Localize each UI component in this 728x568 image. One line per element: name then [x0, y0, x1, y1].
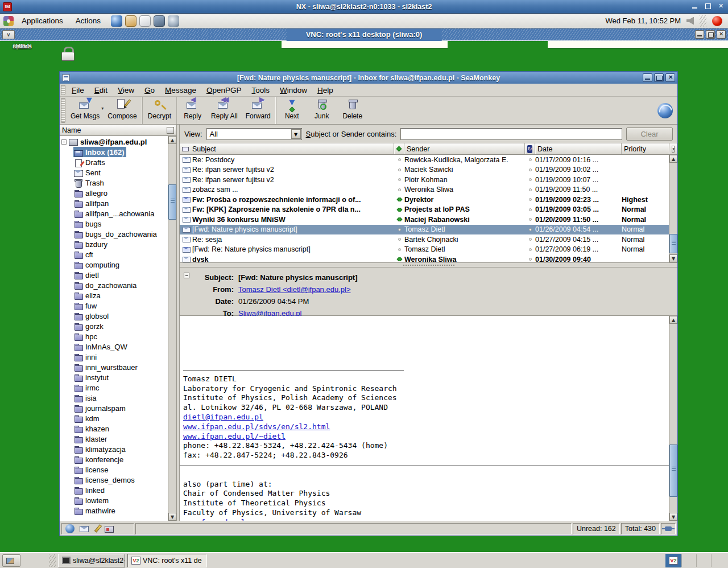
vnc-collapse-button[interactable]: ∨ [2, 30, 15, 39]
message-unread-dot[interactable] [394, 217, 404, 221]
message-unread-dot[interactable] [394, 197, 404, 201]
message-row[interactable]: [Fwd: Re: Nature physics manuscript] Tom… [180, 245, 669, 255]
message-unread-dot[interactable] [394, 238, 404, 241]
message-junk-dot[interactable] [525, 228, 535, 231]
decrypt-button[interactable]: Decrypt [142, 97, 175, 124]
message-row[interactable]: Fw: [KPK] Zaproszenie na szkolenie o 7PR… [180, 205, 669, 215]
folder-item[interactable]: eliza [60, 290, 168, 301]
folder-item[interactable]: inni_wurstbauer [60, 362, 168, 372]
message-body-scrollbar[interactable]: ▲ ▼ [669, 316, 677, 521]
folder-item[interactable]: license [60, 464, 168, 475]
message-row[interactable]: Fw: Prośba o rozpowszechnienie informacj… [180, 195, 669, 205]
delete-button[interactable]: Delete [337, 97, 368, 124]
panel-clock[interactable]: Wed Feb 11, 10:52 PM [606, 17, 681, 25]
message-junk-dot[interactable] [525, 188, 535, 191]
message-junk-dot[interactable] [525, 238, 535, 241]
tree-expander-icon[interactable] [61, 139, 67, 145]
message-junk-dot[interactable] [525, 168, 535, 171]
folder-item[interactable]: lowtem [60, 495, 168, 505]
message-unread-dot[interactable] [394, 208, 404, 212]
folder-account[interactable]: sliwa@ifpan.edu.pl [60, 137, 168, 147]
from-value[interactable]: Tomasz Dietl <dietl@ifpan.edu.pl> [238, 285, 677, 294]
folder-item[interactable]: allifpan [60, 198, 168, 208]
message-junk-dot[interactable] [525, 178, 535, 181]
panel-drag-handle[interactable] [700, 15, 706, 27]
menu-item[interactable]: File [67, 85, 89, 96]
menu-item[interactable]: View [113, 85, 139, 96]
message-junk-dot[interactable] [525, 248, 535, 251]
folder-item[interactable]: konferencje [60, 454, 168, 464]
vnc-close-button[interactable] [717, 30, 726, 39]
folder-item[interactable]: globsol [60, 311, 168, 321]
updater-status-icon[interactable] [712, 16, 722, 26]
scroll-down-icon[interactable]: ▼ [168, 513, 176, 521]
folder-pane-picker-icon[interactable] [167, 127, 174, 134]
folder-item[interactable]: dietl [60, 270, 168, 280]
folder-item[interactable]: mathwire [60, 505, 168, 516]
folder-scrollbar-thumb[interactable] [168, 184, 176, 220]
menu-item[interactable]: Tools [246, 85, 275, 96]
folder-item[interactable]: bugs [60, 219, 168, 229]
get-msgs-button[interactable]: ▼ Get Msgs ▾ [67, 97, 104, 124]
screenshot-launcher-icon[interactable] [154, 15, 165, 27]
message-junk-dot[interactable] [525, 258, 535, 261]
column-header-unread[interactable] [394, 143, 404, 154]
message-unread-dot[interactable] [394, 178, 404, 181]
message-unread-dot[interactable] [394, 158, 404, 161]
taskbar-button-nx-session[interactable]: sliwa@sl2klast2-n0 [58, 554, 125, 567]
composer-icon[interactable] [94, 524, 102, 533]
scroll-down-icon[interactable]: ▼ [669, 513, 677, 521]
folder-pane-header[interactable]: Name [60, 125, 176, 136]
reply-all-button[interactable]: ◀◀ Reply All [207, 97, 242, 124]
search-input[interactable] [400, 128, 622, 140]
email-launcher-icon[interactable] [125, 15, 136, 27]
pane-splitter-horizontal[interactable] [180, 263, 677, 267]
address-book-icon[interactable] [105, 526, 114, 533]
column-picker[interactable] [669, 143, 677, 154]
scroll-up-icon[interactable]: ▲ [669, 316, 677, 324]
collapse-header-button[interactable] [184, 273, 189, 278]
seamonkey-logo-icon[interactable] [657, 103, 673, 118]
rolled-up-window[interactable] [282, 41, 448, 48]
folder-item[interactable]: hpc [60, 331, 168, 341]
folder-item[interactable]: cft [60, 249, 168, 260]
seamonkey-minimize-button[interactable] [643, 73, 652, 82]
folder-item[interactable]: khazen [60, 423, 168, 434]
message-row[interactable]: [Fwd: Nature physics manuscript] Tomasz … [180, 225, 669, 235]
mail-icon[interactable] [80, 526, 89, 532]
vnc-minimize-button[interactable] [695, 30, 704, 39]
scroll-up-icon[interactable]: ▲ [168, 136, 176, 144]
nx-close-button[interactable] [717, 2, 725, 10]
folder-item[interactable]: klimatyzacja [60, 444, 168, 454]
chevron-down-icon[interactable]: ▼ [291, 129, 301, 139]
vnc-maximize-button[interactable] [706, 30, 715, 39]
folder-item[interactable]: bugs_do_zachowania [60, 229, 168, 239]
folder-item[interactable]: InMnAs_QW [60, 341, 168, 352]
body-scrollbar-thumb[interactable] [669, 444, 677, 497]
actions-menu[interactable]: Actions [71, 17, 105, 25]
folder-item[interactable]: inni [60, 352, 168, 362]
seamonkey-titlebar[interactable]: [Fwd: Nature physics manuscript] - Inbox… [60, 72, 677, 84]
message-unread-dot[interactable] [394, 248, 404, 251]
thread-scrollbar-thumb[interactable] [669, 234, 677, 253]
column-header-sender[interactable]: Sender [404, 143, 525, 154]
folder-item[interactable]: allegro [60, 188, 168, 198]
menu-item[interactable]: Window [275, 85, 312, 96]
clear-button[interactable]: Clear [626, 127, 673, 141]
seamonkey-maximize-button[interactable] [654, 73, 664, 82]
message-row[interactable]: Re: ifpan serwer fujitsu v2 Maciek Sawic… [180, 165, 669, 175]
folder-item[interactable]: klaster [60, 434, 168, 444]
toolbar-grippy[interactable] [61, 98, 65, 123]
folder-trash[interactable]: Trash [60, 178, 168, 188]
folder-item[interactable]: journalspam [60, 403, 168, 413]
folder-item[interactable]: computing [60, 260, 168, 270]
scroll-down-icon[interactable]: ▼ [669, 254, 677, 262]
junk-button[interactable]: Junk [307, 97, 337, 124]
desktop-icon-nx-sliv[interactable]: sliv [0, 41, 44, 50]
folder-drafts[interactable]: Drafts [60, 157, 168, 167]
folder-item[interactable]: fuw [60, 301, 168, 311]
folder-item[interactable]: kdm [60, 413, 168, 423]
volume-icon[interactable] [686, 17, 694, 25]
main-menu-icon[interactable] [3, 16, 14, 26]
tasklist-drag-handle[interactable] [49, 554, 56, 567]
